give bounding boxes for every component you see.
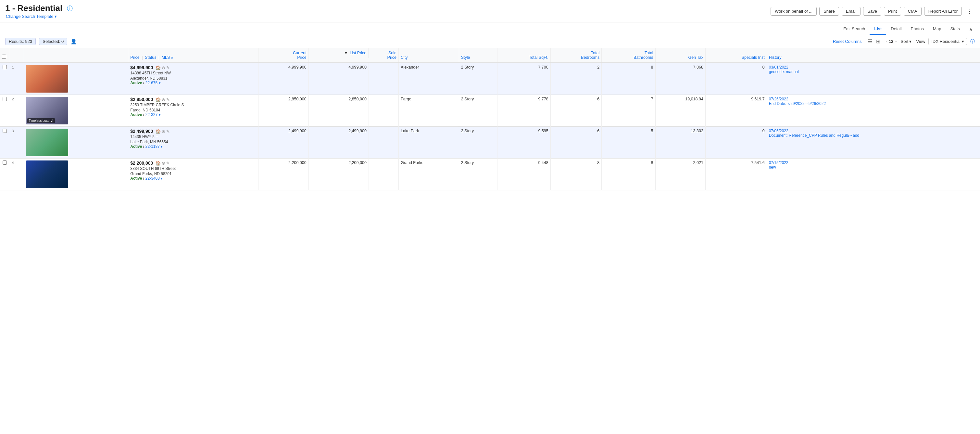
property-city-state: Grand Forks, ND 58201 bbox=[130, 172, 256, 176]
property-mls[interactable]: 22-327 bbox=[145, 112, 158, 117]
gen-tax-cell: 7,868 bbox=[655, 63, 705, 95]
house-icon: 🏠 bbox=[156, 97, 161, 102]
property-image[interactable] bbox=[26, 129, 68, 156]
property-image[interactable] bbox=[26, 65, 68, 93]
table-body: 1 $4,999,900 🏠 ⊘ ✎ 14388 45TH Street NW … bbox=[0, 63, 980, 190]
history-cell: 07/15/2022 new bbox=[767, 158, 980, 190]
page-title: 1 - Residential bbox=[5, 3, 62, 13]
change-template-link[interactable]: Change Search Template ▾ bbox=[6, 14, 57, 19]
table-header-row: Price | Status | MLS # CurrentPrice ▼ Li… bbox=[0, 48, 980, 63]
table-row: 2Timeless Luxury! $2,850,000 🏠 ⊘ ✎ 3253 … bbox=[0, 95, 980, 127]
property-info-cell: $2,850,000 🏠 ⊘ ✎ 3253 TIMBER CREEK Circl… bbox=[128, 95, 258, 127]
view-info-icon[interactable]: ⓘ bbox=[970, 39, 975, 45]
history-date[interactable]: 07/05/2022 bbox=[769, 129, 978, 133]
property-status: Active bbox=[130, 81, 142, 85]
cancel-icon: ⊘ bbox=[162, 129, 165, 134]
header-left: 1 - Residential ⓘ Change Search Template… bbox=[5, 3, 73, 19]
property-address: 14388 45TH Street NW bbox=[130, 71, 256, 75]
save-button[interactable]: Save bbox=[863, 7, 881, 16]
select-all-checkbox[interactable] bbox=[2, 54, 6, 59]
house-icon: 🏠 bbox=[156, 129, 161, 134]
share-button[interactable]: Share bbox=[819, 7, 839, 16]
person-icon[interactable]: 👤 bbox=[70, 38, 77, 45]
sold-price-cell bbox=[369, 95, 398, 127]
mls-dropdown-icon[interactable]: ▾ bbox=[159, 81, 161, 85]
col-total-sqft: Total SqFt. bbox=[498, 48, 551, 63]
property-address: 3253 TIMBER CREEK Circle S bbox=[130, 103, 256, 107]
tab-edit-search[interactable]: Edit Search bbox=[839, 24, 870, 35]
row-checkbox[interactable] bbox=[3, 97, 7, 101]
current-price-cell: 2,499,900 bbox=[258, 127, 309, 158]
list-price-cell: 2,499,900 bbox=[309, 127, 369, 158]
count-increase-button[interactable]: + bbox=[895, 39, 897, 44]
table-row: 1 $4,999,900 🏠 ⊘ ✎ 14388 45TH Street NW … bbox=[0, 63, 980, 95]
more-options-button[interactable]: ⋮ bbox=[964, 6, 975, 16]
current-price-cell: 2,200,000 bbox=[258, 158, 309, 190]
tab-photos[interactable]: Photos bbox=[906, 24, 928, 35]
row-checkbox[interactable] bbox=[3, 65, 7, 69]
property-photo-cell bbox=[24, 158, 128, 190]
bedrooms-cell: 2 bbox=[550, 63, 601, 95]
row-checkbox[interactable] bbox=[3, 129, 7, 133]
history-date[interactable]: 07/15/2022 bbox=[769, 161, 978, 165]
property-image[interactable]: Timeless Luxury! bbox=[26, 97, 68, 124]
edit-icon[interactable]: ✎ bbox=[166, 129, 170, 134]
col-row-num bbox=[10, 48, 24, 63]
email-button[interactable]: Email bbox=[842, 7, 861, 16]
tab-list[interactable]: List bbox=[870, 24, 886, 35]
info-icon[interactable]: ⓘ bbox=[67, 5, 73, 12]
city-cell: Lake Park bbox=[399, 127, 459, 158]
bathrooms-cell: 7 bbox=[602, 95, 655, 127]
property-mls[interactable]: 22-1187 bbox=[145, 144, 160, 149]
mls-dropdown-icon[interactable]: ▾ bbox=[159, 113, 161, 116]
property-image[interactable] bbox=[26, 161, 68, 188]
col-current-price: CurrentPrice bbox=[258, 48, 309, 63]
row-checkbox[interactable] bbox=[3, 161, 7, 165]
cma-button[interactable]: CMA bbox=[904, 7, 921, 16]
col-gen-tax: Gen Tax bbox=[655, 48, 705, 63]
sqft-cell: 9,448 bbox=[498, 158, 551, 190]
property-photo-cell bbox=[24, 63, 128, 95]
mls-dropdown-icon[interactable]: ▾ bbox=[161, 145, 163, 148]
property-city-state: Fargo, ND 58104 bbox=[130, 108, 256, 112]
bathrooms-cell: 8 bbox=[602, 158, 655, 190]
reset-columns-link[interactable]: Reset Columns bbox=[833, 39, 862, 44]
style-cell: 2 Story bbox=[459, 95, 497, 127]
edit-icon[interactable]: ✎ bbox=[166, 97, 170, 102]
view-dropdown[interactable]: IDX Residential ▾ bbox=[928, 38, 967, 45]
property-mls[interactable]: 22-3408 bbox=[145, 176, 160, 180]
tab-map[interactable]: Map bbox=[928, 24, 946, 35]
bedrooms-cell: 8 bbox=[550, 158, 601, 190]
grid-view-icon[interactable]: ⊞ bbox=[875, 38, 881, 45]
property-mls[interactable]: 22-675 bbox=[145, 81, 158, 85]
sort-button[interactable]: Sort ▾ bbox=[901, 39, 912, 44]
col-style: Style bbox=[459, 48, 497, 63]
city-cell: Alexander bbox=[399, 63, 459, 95]
mls-dropdown-icon[interactable]: ▾ bbox=[161, 176, 163, 180]
history-date[interactable]: 03/01/2022 bbox=[769, 65, 978, 70]
collapse-button[interactable]: ∧ bbox=[967, 24, 975, 34]
bathrooms-cell: 5 bbox=[602, 127, 655, 158]
print-button[interactable]: Print bbox=[884, 7, 901, 16]
property-city-state: Lake Park, MN 56554 bbox=[130, 140, 256, 144]
edit-icon[interactable]: ✎ bbox=[166, 65, 170, 70]
edit-icon[interactable]: ✎ bbox=[166, 161, 170, 166]
work-on-behalf-button[interactable]: Work on behalf of ... bbox=[770, 7, 817, 16]
list-view-icon[interactable]: ☰ bbox=[866, 38, 873, 45]
history-date[interactable]: 07/26/2022 bbox=[769, 97, 978, 101]
row-number: 2 bbox=[12, 97, 14, 101]
sqft-cell: 7,700 bbox=[498, 63, 551, 95]
specials-inst-cell: 0 bbox=[705, 127, 767, 158]
tab-stats[interactable]: Stats bbox=[946, 24, 964, 35]
report-error-button[interactable]: Report An Error bbox=[924, 7, 962, 16]
tab-detail[interactable]: Detail bbox=[886, 24, 906, 35]
sqft-cell: 9,778 bbox=[498, 95, 551, 127]
specials-inst-cell: 7,541.6 bbox=[705, 158, 767, 190]
house-icon: 🏠 bbox=[156, 161, 161, 166]
col-price-status-mls: Price | Status | MLS # bbox=[128, 48, 258, 63]
bedrooms-cell: 6 bbox=[550, 127, 601, 158]
view-icons: ☰ ⊞ bbox=[866, 38, 881, 45]
gen-tax-cell: 13,302 bbox=[655, 127, 705, 158]
style-cell: 2 Story bbox=[459, 63, 497, 95]
property-city-state: Alexander, ND 58831 bbox=[130, 76, 256, 81]
